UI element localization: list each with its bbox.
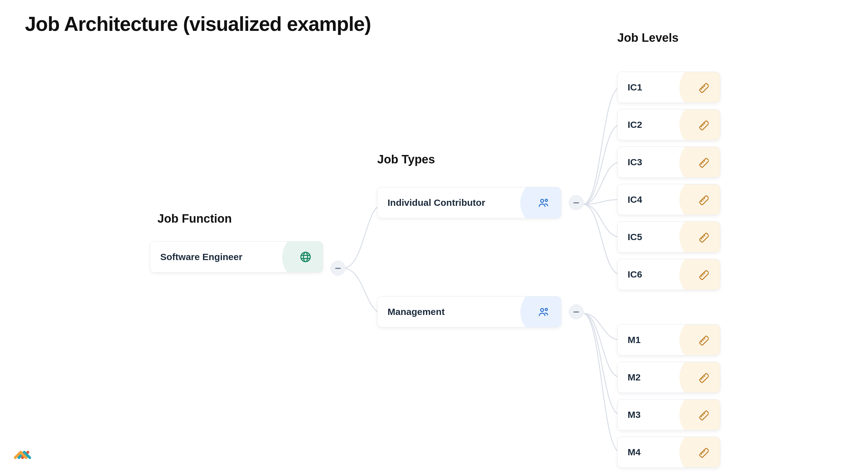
card-level-ic5[interactable]: IC5 bbox=[617, 221, 720, 253]
ruler-icon bbox=[686, 72, 720, 102]
minus-icon bbox=[574, 312, 579, 313]
ruler-icon bbox=[686, 325, 720, 355]
people-icon bbox=[527, 297, 561, 327]
card-level-m1[interactable]: M1 bbox=[617, 324, 720, 355]
ruler-icon bbox=[686, 399, 720, 430]
card-label: M4 bbox=[628, 447, 641, 457]
card-type-management[interactable]: Management bbox=[377, 296, 561, 327]
page-title: Job Architecture (visualized example) bbox=[25, 12, 371, 35]
ruler-icon bbox=[686, 147, 720, 177]
column-header-levels: Job Levels bbox=[617, 31, 678, 45]
card-level-m2[interactable]: M2 bbox=[617, 362, 720, 393]
card-label: IC5 bbox=[628, 232, 642, 242]
card-label: Software Engineer bbox=[160, 251, 242, 262]
collapse-toggle-function[interactable] bbox=[331, 261, 345, 276]
card-function-software-engineer[interactable]: Software Engineer bbox=[150, 241, 323, 272]
ruler-icon bbox=[686, 110, 720, 140]
svg-point-1 bbox=[303, 252, 307, 262]
ruler-icon bbox=[686, 362, 720, 393]
card-label: M1 bbox=[628, 335, 641, 345]
card-level-ic6[interactable]: IC6 bbox=[617, 259, 720, 290]
collapse-toggle-type-ic[interactable] bbox=[569, 195, 584, 210]
card-type-individual-contributor[interactable]: Individual Contributor bbox=[377, 187, 561, 218]
card-label: M3 bbox=[628, 410, 641, 420]
card-label: Management bbox=[388, 306, 444, 317]
column-header-types: Job Types bbox=[377, 153, 435, 166]
card-level-ic3[interactable]: IC3 bbox=[617, 147, 720, 178]
ruler-icon bbox=[686, 437, 720, 468]
card-level-ic1[interactable]: IC1 bbox=[617, 72, 720, 103]
card-level-m4[interactable]: M4 bbox=[617, 437, 720, 468]
svg-point-4 bbox=[540, 308, 544, 312]
card-label: IC6 bbox=[628, 269, 642, 280]
svg-point-5 bbox=[545, 308, 548, 310]
svg-point-0 bbox=[301, 252, 310, 262]
minus-icon bbox=[335, 268, 341, 269]
svg-point-3 bbox=[545, 199, 548, 202]
ruler-icon bbox=[686, 259, 720, 290]
card-label: IC3 bbox=[628, 157, 642, 168]
collapse-toggle-type-management[interactable] bbox=[569, 304, 584, 319]
brand-logo bbox=[12, 442, 34, 465]
column-header-function: Job Function bbox=[157, 212, 232, 226]
card-label: Individual Contributor bbox=[388, 198, 485, 208]
ruler-icon bbox=[686, 222, 720, 252]
card-label: IC1 bbox=[628, 82, 642, 93]
svg-point-2 bbox=[540, 199, 544, 202]
globe-icon bbox=[288, 242, 323, 272]
minus-icon bbox=[574, 202, 579, 203]
card-label: IC2 bbox=[628, 119, 642, 130]
card-level-m3[interactable]: M3 bbox=[617, 399, 720, 430]
card-label: IC4 bbox=[628, 194, 642, 205]
people-icon bbox=[527, 187, 561, 218]
card-level-ic4[interactable]: IC4 bbox=[617, 184, 720, 215]
card-level-ic2[interactable]: IC2 bbox=[617, 109, 720, 140]
ruler-icon bbox=[686, 184, 720, 215]
card-label: M2 bbox=[628, 372, 641, 383]
